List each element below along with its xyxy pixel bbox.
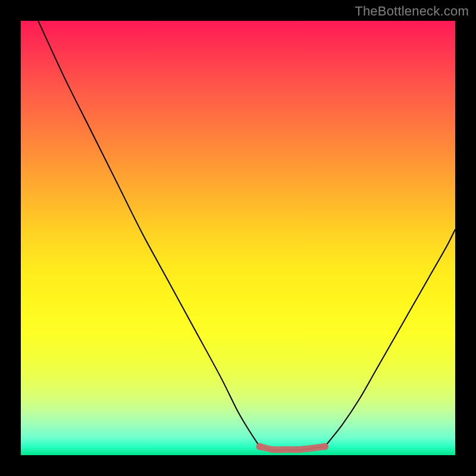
curve-right-curve xyxy=(325,229,455,446)
annotation-dot xyxy=(256,443,264,450)
annotation-dot xyxy=(321,443,328,450)
plot-area xyxy=(21,21,455,455)
curve-left-curve xyxy=(38,21,259,446)
chart-frame: TheBottleneck.com xyxy=(0,0,476,476)
curve-layer xyxy=(21,21,455,455)
watermark-text: TheBottleneck.com xyxy=(355,4,469,19)
annotation-valley-marker xyxy=(260,446,325,449)
